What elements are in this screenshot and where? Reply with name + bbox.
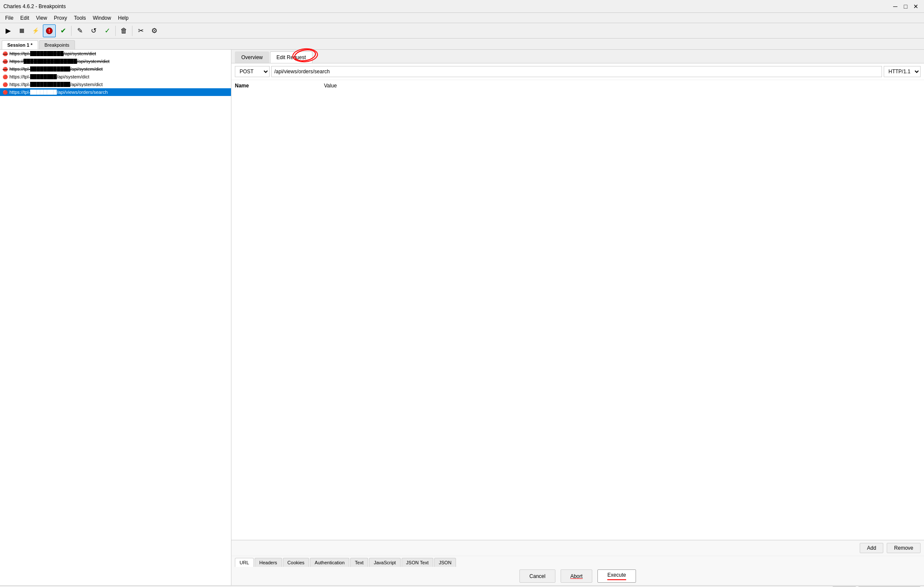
title-bar: Charles 4.6.2 - Breakpoints ─ □ ✕ [0,0,924,13]
menu-window[interactable]: Window [90,14,115,22]
menu-file[interactable]: File [2,14,17,22]
request-item-selected[interactable]: 🔴 https://tpl-████████/api/views/orders/… [0,88,231,96]
toolbar: ▶ ⏹ ⚡ ! ✔ ✎ ↺ ✓ 🗑 ✂ ⚙ [0,23,924,39]
menu-help[interactable]: Help [114,14,132,22]
toolbar-separator-2 [115,26,116,36]
trash-button[interactable]: 🗑 [117,24,130,37]
tab-authentication[interactable]: Authentication [310,558,349,567]
menu-edit[interactable]: Edit [17,14,33,22]
error-icon: 🔴 [3,59,8,64]
window-title: Charles 4.6.2 - Breakpoints [3,3,66,9]
refresh-button[interactable]: ↺ [87,24,100,37]
record-button[interactable]: ▶ [2,24,15,37]
action-buttons: Add Remove [231,540,924,556]
tab-javascript[interactable]: JavaScript [369,558,400,567]
protocol-select[interactable]: HTTP/1.1 HTTP/2 [884,66,921,77]
minimize-button[interactable]: ─ [891,2,900,11]
cancel-button[interactable]: Cancel [519,569,555,583]
url-input[interactable] [271,66,882,77]
request-item[interactable]: 🔴 https://tpl-████████████/api/system/di… [0,81,231,88]
close-button[interactable]: ✕ [911,2,921,11]
method-select[interactable]: POST GET PUT DELETE [235,66,270,77]
throttle-button[interactable]: ⚡ [29,24,42,37]
session-tab-breakpoints[interactable]: Breakpoints [39,40,75,49]
header-table: Name Value [231,80,924,91]
add-button[interactable]: Add [860,543,883,553]
stop-button[interactable]: ⏹ [15,24,28,37]
right-tab-bar: Overview Edit Request [231,50,924,63]
tab-text[interactable]: Text [350,558,368,567]
tick-button[interactable]: ✓ [101,24,114,37]
request-item[interactable]: 🔴 https://████████████████/api/system/di… [0,57,231,65]
check-button[interactable]: ✔ [57,24,69,37]
tab-headers[interactable]: Headers [255,558,282,567]
tab-url[interactable]: URL [235,558,254,567]
toolbar-separator-3 [132,26,132,36]
value-column-header: Value [324,83,921,89]
breakpoint-icon: ! [45,27,53,35]
column-header-row: Name Value [235,82,921,90]
breakpoint-button[interactable]: ! [43,24,56,37]
bottom-tabs: Add Remove URL Headers Cookies Authentic… [231,540,924,585]
menu-view[interactable]: View [33,14,51,22]
svg-text:!: ! [48,29,50,33]
abort-button[interactable]: Abort [561,569,593,583]
maximize-button[interactable]: □ [901,2,910,11]
menu-proxy[interactable]: Proxy [51,14,71,22]
tab-overview[interactable]: Overview [235,51,269,63]
menu-tools[interactable]: Tools [71,14,90,22]
pencil-button[interactable]: ✎ [73,24,86,37]
request-item[interactable]: 🔴 https://tpl-████████/api/system/dict [0,73,231,81]
request-list: 🔴 https://tpl-██████████/api/system/dict… [0,50,231,585]
tab-edit-request[interactable]: Edit Request [270,51,312,63]
scissors-button[interactable]: ✂ [134,24,147,37]
error-icon: 🔴 [3,82,8,87]
request-item[interactable]: 🔴 https://tpl-██████████/api/system/dict [0,50,231,57]
error-icon: 🔴 [3,51,8,56]
session-tab-1[interactable]: Session 1 * [2,40,38,49]
menu-bar: File Edit View Proxy Tools Window Help [0,13,924,23]
error-icon: 🔴 [3,67,8,72]
name-column-header: Name [235,83,321,89]
session-tab-bar: Session 1 * Breakpoints [0,39,924,50]
content-area [231,91,924,540]
window-controls: ─ □ ✕ [891,2,921,11]
toolbar-separator-1 [71,26,72,36]
execute-button[interactable]: Execute [597,569,636,583]
status-bar: GET https://csdnimg.cn/public/common/lib… [0,585,924,587]
request-item[interactable]: 🔴 https://tpl-████████████/api/system/di… [0,65,231,73]
execute-row: Cancel Abort Execute [231,567,924,585]
remove-button[interactable]: Remove [887,543,921,553]
error-icon: 🔴 [3,90,8,95]
error-icon: 🔴 [3,75,8,79]
url-bar: POST GET PUT DELETE HTTP/1.1 HTTP/2 [231,63,924,80]
tab-json[interactable]: JSON [434,558,456,567]
main-area: 🔴 https://tpl-██████████/api/system/dict… [0,50,924,585]
gear-button[interactable]: ⚙ [148,24,161,37]
tab-json-text[interactable]: JSON Text [402,558,433,567]
tab-cookies[interactable]: Cookies [283,558,309,567]
right-pane: Overview Edit Request POST GET PUT DELET… [231,50,924,585]
bottom-tab-strip: URL Headers Cookies Authentication Text … [231,556,924,567]
